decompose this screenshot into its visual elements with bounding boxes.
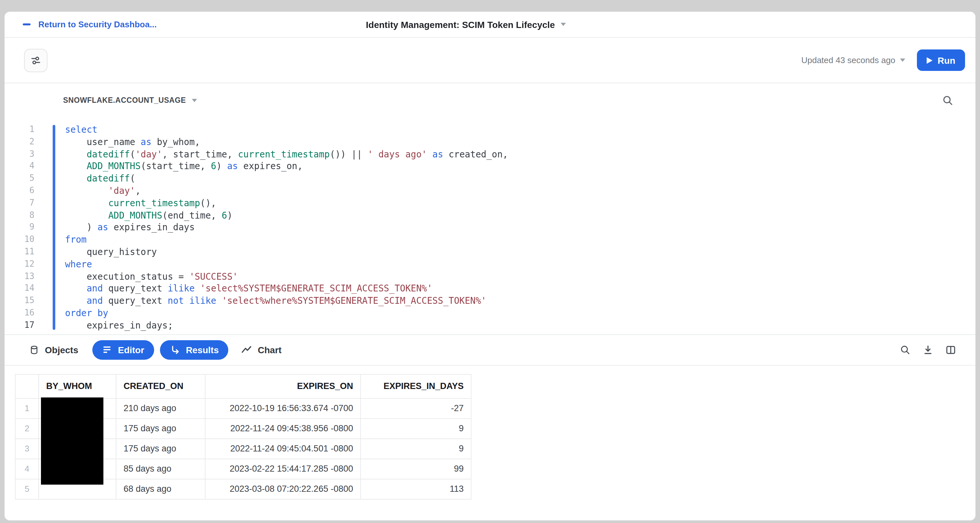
panel-tab-strip: Objects Editor [5,334,975,365]
results-arrow-icon [170,344,180,355]
database-context-row: SNOWFLAKE.ACCOUNT_USAGE [5,83,975,117]
cell-created_on: 175 days ago [116,418,205,438]
line-number: 13 [5,270,35,283]
toolbar-right: Updated 43 seconds ago Run [801,49,965,71]
sql-editor[interactable]: 1select2 user_name as by_whom,3 datediff… [5,117,975,332]
code-text: 'day', [35,185,141,197]
code-line[interactable]: 11 query_history [5,246,975,258]
code-line[interactable]: 17 expires_in_days; [5,319,975,332]
updated-chevron-icon[interactable] [900,59,905,62]
database-context-selector[interactable]: SNOWFLAKE.ACCOUNT_USAGE [63,96,186,104]
code-line[interactable]: 8 ADD_MONTHS(end_time, 6) [5,209,975,222]
cell-expires_in_days: 9 [361,438,471,459]
page: Return to Security Dashboa... Identity M… [0,0,980,523]
code-line[interactable]: 15 and query_text not ilike 'select%wher… [5,295,975,307]
code-lines: 1select2 user_name as by_whom,3 datediff… [5,124,975,332]
code-line[interactable]: 12where [5,258,975,271]
line-number: 16 [5,307,35,319]
tab-editor[interactable]: Editor [93,340,154,359]
back-link-label[interactable]: Return to Security Dashboa... [38,19,157,29]
code-text: ADD_MONTHS(end_time, 6) [35,209,232,222]
code-text: and query_text ilike 'select%SYSTEM$GENE… [35,283,433,295]
cell-expires_in_days: 113 [361,479,471,499]
filters-button[interactable] [24,48,48,72]
cell-expires_on: 2022-11-24 09:45:38.956 -0800 [205,418,361,438]
worksheet-title-group[interactable]: Identity Management: SCIM Token Lifecycl… [366,12,566,37]
cell-created_on: 175 days ago [116,438,205,459]
header-bar: Return to Security Dashboa... Identity M… [5,12,975,38]
cell-created_on: 68 days ago [116,479,205,499]
cell-expires_in_days: -27 [361,398,471,418]
line-number: 11 [5,246,35,258]
cell-expires_in_days: 99 [361,459,471,479]
column-header-by_whom[interactable]: BY_WHOM [39,374,116,398]
run-button[interactable]: Run [917,49,965,71]
code-line[interactable]: 4 ADD_MONTHS(start_time, 6) as expires_o… [5,160,975,173]
results-table-wrap: BY_WHOMCREATED_ONEXPIRES_ONEXPIRES_IN_DA… [15,374,471,499]
cell-created_on: 85 days ago [116,459,205,479]
worksheet-card: Return to Security Dashboa... Identity M… [5,12,975,520]
chart-line-icon [242,345,252,354]
code-line[interactable]: 7 current_timestamp(), [5,197,975,209]
code-line[interactable]: 2 user_name as by_whom, [5,136,975,148]
code-line[interactable]: 10from [5,234,975,246]
code-line[interactable]: 1select [5,124,975,136]
split-columns-icon [945,344,956,355]
cell-n: 1 [15,398,39,418]
code-line[interactable]: 3 datediff('day', start_time, current_ti… [5,148,975,160]
code-text: ) as expires_in_days [35,222,195,234]
context-chevron-icon [192,99,197,102]
column-header-created_on[interactable]: CREATED_ON [116,374,205,398]
code-line[interactable]: 14 and query_text ilike 'select%SYSTEM$G… [5,283,975,295]
line-number: 1 [5,124,35,136]
line-number: 9 [5,222,35,234]
column-header-expires_on[interactable]: EXPIRES_ON [205,374,361,398]
cell-n: 5 [15,479,39,499]
line-number: 17 [5,319,35,332]
editor-lines-icon [102,345,112,354]
code-line[interactable]: 6 'day', [5,185,975,197]
database-icon [29,344,39,355]
line-number: 3 [5,148,35,160]
tab-chart-label: Chart [258,344,282,355]
cell-expires_in_days: 9 [361,418,471,438]
tab-chart[interactable]: Chart [242,344,282,355]
code-text: select [35,124,97,136]
cell-expires_on: 2023-02-22 15:44:17.285 -0800 [205,459,361,479]
code-text: current_timestamp(), [35,197,216,209]
run-button-label: Run [938,55,955,65]
code-text: ADD_MONTHS(start_time, 6) as expires_on, [35,160,303,173]
code-text: execution_status = 'SUCCESS' [35,270,238,283]
play-icon [927,57,932,64]
back-dash-icon [23,24,30,25]
code-line[interactable]: 9 ) as expires_in_days [5,222,975,234]
line-number: 15 [5,295,35,307]
cell-created_on: 210 days ago [116,398,205,418]
column-header-expires_in_days[interactable]: EXPIRES_IN_DAYS [361,374,471,398]
chevron-down-icon [561,23,566,26]
cell-expires_on: 2023-03-08 07:20:22.265 -0800 [205,479,361,499]
cell-expires_on: 2022-11-24 09:45:04.501 -0800 [205,438,361,459]
column-header-rownum[interactable] [15,374,39,398]
redacted-by-whom-values [41,397,103,484]
updated-status: Updated 43 seconds ago [801,55,895,65]
tab-editor-label: Editor [118,344,144,355]
search-results-button[interactable] [900,344,910,355]
download-icon [923,344,933,355]
code-line[interactable]: 13 execution_status = 'SUCCESS' [5,270,975,283]
tab-results[interactable]: Results [160,340,229,359]
download-results-button[interactable] [923,344,933,355]
back-to-dashboard-link[interactable]: Return to Security Dashboa... [23,19,157,29]
tab-objects[interactable]: Objects [29,344,78,355]
tab-objects-label: Objects [45,344,78,355]
line-number: 10 [5,234,35,246]
code-line[interactable]: 5 datediff( [5,172,975,185]
cell-n: 3 [15,438,39,459]
search-icon [900,344,910,355]
line-number: 7 [5,197,35,209]
code-line[interactable]: 16order by [5,307,975,319]
search-icon [942,95,953,106]
code-text: datediff( [35,172,135,185]
editor-search-button[interactable] [942,95,953,106]
split-view-button[interactable] [945,344,956,355]
